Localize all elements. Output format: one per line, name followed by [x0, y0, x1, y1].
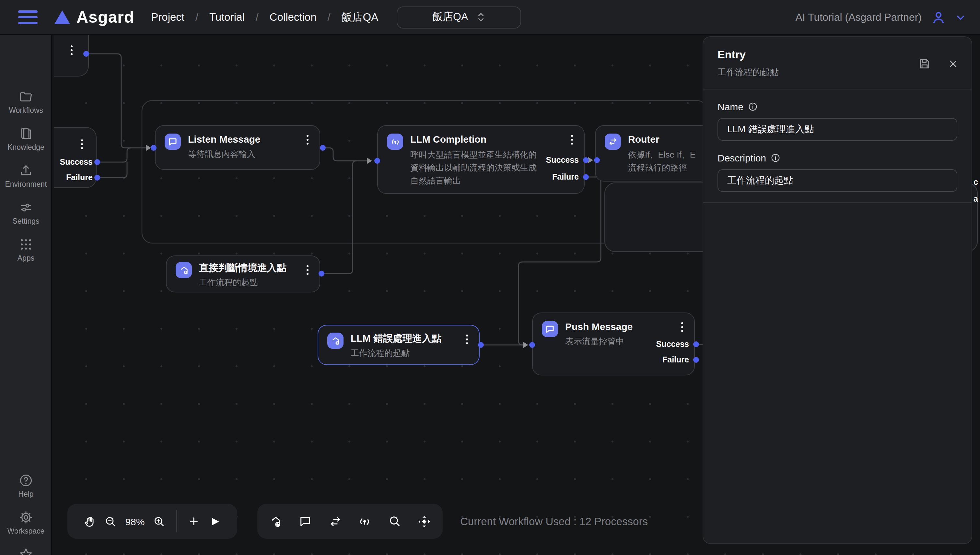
toolbar-divider [176, 510, 177, 532]
auto-layout-icon[interactable] [413, 510, 435, 532]
book-icon [19, 127, 33, 141]
node-llm-error-entry[interactable]: LLM 錯誤處理進入點 工作流程的起點 [318, 325, 480, 365]
sidebar-item-workspace[interactable]: Workspace [0, 510, 52, 544]
app-logo[interactable]: Asgard [77, 8, 134, 27]
breadcrumb-separator: / [256, 11, 259, 23]
grid-icon [19, 237, 33, 252]
connector-port-dot[interactable] [529, 342, 535, 348]
node-subtitle: 表示流量控管中 [565, 336, 633, 348]
connector-port-dot[interactable] [583, 174, 589, 180]
node-title: Push Message [565, 321, 633, 332]
connector-port-dot[interactable] [374, 158, 380, 164]
connector-port-dot[interactable] [478, 342, 484, 348]
name-label-text: Name [717, 101, 743, 112]
node-subtitle: 等待訊息內容輸入 [188, 149, 260, 160]
connector-port-dot[interactable] [319, 271, 324, 276]
panel-divider [703, 202, 972, 203]
save-button[interactable] [917, 56, 931, 71]
breadcrumb-separator: / [195, 11, 199, 23]
folder-icon [19, 90, 33, 104]
add-icon[interactable] [183, 510, 205, 532]
chat-bubble-icon [165, 133, 181, 150]
connector-port-dot[interactable] [594, 157, 600, 163]
connector-port-dot[interactable] [583, 157, 589, 163]
kebab-menu-icon[interactable] [81, 140, 83, 141]
node-router[interactable]: Router 依據If、Else If、E 流程執行的路徑 [595, 125, 710, 181]
chevron-down-icon[interactable] [955, 12, 966, 22]
description-input-value: 工作流程的起點 [727, 175, 793, 187]
workflow-selector-dropdown[interactable]: 飯店QA [396, 6, 521, 28]
node-desc-line: 資料輸出以輔助流程的決策或生成 [410, 162, 536, 175]
connector-port-dot[interactable] [94, 159, 100, 165]
description-field-label: Description [717, 152, 957, 164]
connector-port-dot[interactable] [693, 342, 699, 347]
connector-port-dot[interactable] [693, 357, 699, 363]
node-title: Router [628, 133, 695, 144]
breadcrumb-project[interactable]: Project [151, 11, 184, 23]
zoom-in-icon[interactable] [149, 510, 170, 532]
entry-properties-panel: Entry 工作流程的起點 Name [703, 36, 972, 544]
info-icon[interactable] [748, 102, 758, 112]
name-input-value: LLM 錯誤處理進入點 [727, 123, 814, 135]
sidebar-item-label: Workspace [8, 527, 45, 535]
zoom-out-icon[interactable] [100, 510, 121, 532]
sidebar-item-label: Workflows [9, 106, 43, 114]
breadcrumb-current[interactable]: 飯店QA [341, 10, 378, 24]
add-router-node-icon[interactable] [324, 510, 346, 532]
node-listen-message[interactable]: Listen Message 等待訊息內容輸入 [155, 125, 320, 170]
port-label-success[interactable]: Success [546, 156, 579, 165]
zoom-level[interactable]: 98% [121, 516, 149, 527]
kebab-menu-icon[interactable] [70, 45, 73, 47]
sidebar: Workflows Knowledge Environment Settings [0, 35, 52, 555]
sidebar-item-help[interactable]: Help [0, 473, 52, 507]
node-desc-line: 依據If、Else If、E [628, 149, 695, 162]
name-field-label: Name [717, 101, 957, 112]
node-title: 直接判斷情境進入點 [199, 262, 287, 274]
breadcrumb-tutorial[interactable]: Tutorial [209, 11, 245, 23]
logo-triangle-icon [54, 10, 70, 24]
node-partial-top[interactable] [54, 35, 89, 77]
entry-home-plus-icon [327, 333, 344, 349]
connector-port-dot[interactable] [151, 145, 157, 151]
node-direct-entry[interactable]: 直接判斷情境進入點 工作流程的起點 [166, 255, 320, 292]
gear-icon [19, 510, 33, 525]
sidebar-item-label: Environment [5, 180, 46, 188]
user-icon[interactable] [931, 10, 946, 25]
port-label-success[interactable]: Success [656, 340, 689, 349]
run-workflow-button[interactable] [205, 510, 226, 532]
star-icon [19, 547, 33, 555]
sidebar-item-knowledge[interactable]: Knowledge [0, 127, 52, 160]
port-label-failure[interactable]: Failure [662, 355, 689, 364]
port-label-failure[interactable]: Failure [552, 172, 579, 181]
port-label-failure[interactable]: Failure [66, 173, 93, 182]
sidebar-item-workflows[interactable]: Workflows [0, 90, 52, 123]
node-desc-line: 流程執行的路徑 [628, 162, 695, 175]
port-label-success[interactable]: Success [60, 157, 93, 167]
pan-hand-icon[interactable] [79, 510, 100, 532]
clipped-port-label-fragment: a [974, 194, 978, 204]
add-message-node-icon[interactable] [295, 510, 317, 532]
add-llm-node-icon[interactable] [354, 510, 376, 532]
sidebar-item-apps[interactable]: Apps [0, 237, 52, 271]
sidebar-item-environment[interactable]: Environment [0, 164, 52, 197]
panel-header: Entry 工作流程的起點 [703, 37, 972, 90]
chevron-updown-icon [477, 12, 485, 22]
account-label: AI Tutorial (Asgard Partner) [796, 11, 922, 23]
connector-port-dot[interactable] [83, 51, 89, 57]
connector-port-dot[interactable] [94, 175, 100, 181]
connector-port-dot[interactable] [320, 145, 326, 151]
menu-hamburger-icon[interactable] [18, 10, 38, 24]
description-label-text: Description [717, 152, 766, 164]
description-input[interactable]: 工作流程的起點 [717, 169, 957, 192]
name-input[interactable]: LLM 錯誤處理進入點 [717, 118, 957, 141]
breadcrumb-collection[interactable]: Collection [270, 11, 317, 23]
sliders-icon [19, 201, 33, 215]
status-text: Current Workflow Used : 12 Processors [460, 515, 648, 528]
close-icon[interactable] [946, 56, 960, 71]
search-icon[interactable] [383, 510, 405, 532]
add-entry-node-icon[interactable] [265, 510, 287, 532]
info-icon[interactable] [771, 153, 780, 163]
sidebar-item-upgrade[interactable]: Upgrade [0, 547, 52, 555]
sidebar-item-settings[interactable]: Settings [0, 201, 52, 234]
llm-bulb-icon [387, 133, 403, 150]
